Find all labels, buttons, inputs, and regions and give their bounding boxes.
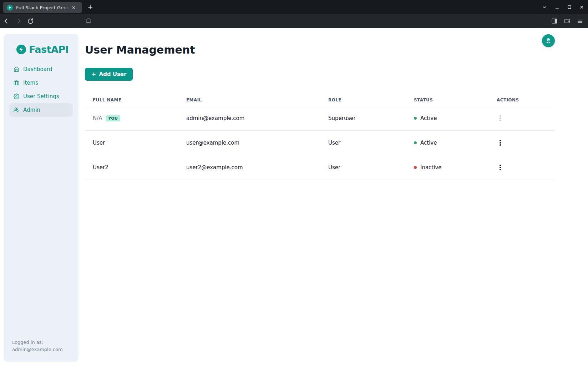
add-user-button[interactable]: + Add User xyxy=(85,68,133,81)
sidebar-item-admin[interactable]: Admin xyxy=(9,103,73,117)
new-tab-button[interactable]: + xyxy=(87,4,94,11)
sidebar-item-items[interactable]: Items xyxy=(9,76,73,90)
sidebar-item-label: Admin xyxy=(23,107,40,113)
col-role: ROLE xyxy=(320,97,406,102)
col-actions: ACTIONS xyxy=(489,97,555,102)
gear-icon xyxy=(14,94,19,99)
cell-role: User xyxy=(320,164,406,171)
sidebar-menu: Dashboard Items User Settings Admin xyxy=(9,62,73,117)
cell-full-name: User2 xyxy=(85,164,178,171)
sidebar-item-label: Items xyxy=(23,80,38,86)
browser-toolbar: i localhost/admin 1 ≡ xyxy=(0,14,588,28)
status-dot xyxy=(414,141,417,144)
logged-in-footer: Logged in as: admin@example.com xyxy=(12,339,63,353)
cell-status: Inactive xyxy=(420,164,442,171)
sidebar-item-label: Dashboard xyxy=(23,66,52,72)
cell-status: Active xyxy=(420,115,437,121)
table-row: N/AYOU admin@example.com Superuser Activ… xyxy=(85,106,555,131)
tab-title-fade xyxy=(62,5,70,10)
row-actions-menu-icon[interactable] xyxy=(497,138,504,148)
briefcase-icon xyxy=(14,80,19,86)
cell-full-name: User xyxy=(85,140,178,146)
tab-title: Full Stack Project Genera xyxy=(16,5,70,10)
col-email: EMAIL xyxy=(178,97,320,102)
fastapi-logo-icon xyxy=(16,45,26,54)
row-actions-menu-icon[interactable] xyxy=(497,113,504,123)
sidebar: FastAPI Dashboard Items User Settings Ad… xyxy=(4,34,78,362)
users-table: FULL NAME EMAIL ROLE STATUS ACTIONS N/AY… xyxy=(85,94,555,180)
sidebar-toggle-icon[interactable] xyxy=(551,18,558,24)
sidebar-item-user-settings[interactable]: User Settings xyxy=(9,90,73,103)
sidebar-item-label: User Settings xyxy=(23,93,59,100)
add-user-label: Add User xyxy=(99,71,126,77)
fastapi-favicon-icon xyxy=(7,5,13,11)
table-row: User2 user2@example.com User Inactive xyxy=(85,155,555,180)
status-dot xyxy=(414,166,417,169)
cell-role: User xyxy=(320,140,406,146)
you-badge: YOU xyxy=(106,115,121,121)
main-content: User Management + Add User FULL NAME EMA… xyxy=(85,28,555,366)
users-icon xyxy=(14,107,19,113)
cell-email: user@example.com xyxy=(178,140,320,146)
col-full-name: FULL NAME xyxy=(85,97,178,102)
status-dot xyxy=(414,117,417,120)
logo-text: FastAPI xyxy=(29,44,69,55)
tab-strip: Full Stack Project Genera ✕ + ✕ xyxy=(0,0,588,14)
bookmark-icon[interactable] xyxy=(86,18,91,24)
home-icon xyxy=(14,66,19,72)
back-icon[interactable] xyxy=(3,17,10,25)
table-row: User user@example.com User Active xyxy=(85,131,555,155)
cell-email: user2@example.com xyxy=(178,164,320,171)
window-close-icon[interactable]: ✕ xyxy=(579,5,584,10)
browser-tab[interactable]: Full Stack Project Genera ✕ xyxy=(3,2,82,13)
row-actions-menu-icon[interactable] xyxy=(497,162,504,172)
cell-role: Superuser xyxy=(320,115,406,121)
menu-hamburger-icon[interactable]: ≡ xyxy=(577,17,583,25)
logged-in-label: Logged in as: xyxy=(12,339,63,346)
logged-in-email: admin@example.com xyxy=(12,346,63,353)
tab-close-icon[interactable]: ✕ xyxy=(72,5,76,10)
app-page: FastAPI Dashboard Items User Settings Ad… xyxy=(0,28,588,366)
table-header-row: FULL NAME EMAIL ROLE STATUS ACTIONS xyxy=(85,94,555,106)
cell-status: Active xyxy=(420,140,437,146)
plus-icon: + xyxy=(91,71,96,77)
col-status: STATUS xyxy=(406,97,489,102)
cell-email: admin@example.com xyxy=(178,115,320,121)
tab-search-chevron-icon[interactable] xyxy=(542,5,547,10)
minimize-icon[interactable] xyxy=(555,5,559,10)
cell-full-name: N/A xyxy=(93,115,102,121)
wallet-icon[interactable] xyxy=(564,18,571,24)
sidebar-item-dashboard[interactable]: Dashboard xyxy=(9,62,73,76)
fastapi-logo[interactable]: FastAPI xyxy=(16,44,69,55)
page-title: User Management xyxy=(85,44,195,56)
reload-icon[interactable] xyxy=(27,18,34,25)
maximize-icon[interactable] xyxy=(567,5,572,9)
forward-icon[interactable] xyxy=(15,17,22,25)
